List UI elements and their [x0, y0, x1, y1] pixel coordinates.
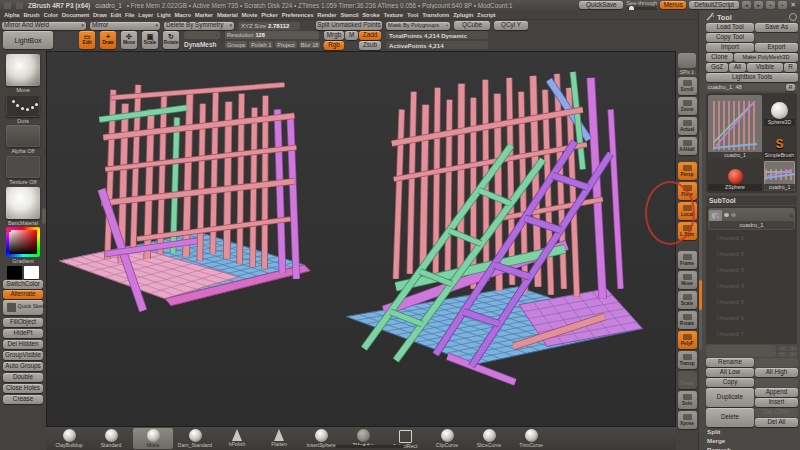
subtool-slot[interactable]: Unused 1 [708, 230, 795, 246]
menu-draw[interactable]: Draw [93, 12, 107, 18]
menu-layer[interactable]: Layer [138, 12, 153, 18]
see-through-slider[interactable]: See-through [626, 0, 657, 10]
subpalette-merge[interactable]: Merge [706, 436, 797, 445]
draw-toggle[interactable]: +Draw [100, 31, 116, 49]
import-button[interactable]: Import [706, 43, 754, 52]
edit-toggle[interactable]: ▭Edit [79, 31, 95, 49]
strip-rotate-button[interactable]: Rotate [678, 311, 697, 329]
color-picker[interactable] [6, 227, 40, 257]
slider-r-button[interactable]: R [786, 84, 795, 91]
strip-move-button[interactable]: Move [678, 271, 697, 289]
subtool-list-slider[interactable] [706, 345, 776, 357]
paste-subtool-button[interactable] [755, 378, 798, 387]
load-tool-button[interactable]: Load Tool [706, 23, 754, 32]
menu-edit[interactable]: Edit [111, 12, 121, 18]
quick-sketch-button[interactable]: Quick Sketch [3, 300, 43, 315]
zsphere-tool[interactable]: ZSphere [708, 161, 762, 191]
copy-subtool-button[interactable]: Copy [706, 378, 754, 387]
tray-brush-flatten[interactable]: Flatten [259, 428, 299, 449]
strip-ghost-button[interactable]: Ghost [678, 371, 697, 389]
subtool-slot[interactable]: Unused 2 [708, 246, 795, 262]
shelf-action-fillobject[interactable]: FillObject [3, 318, 43, 327]
menu-file[interactable]: File [125, 12, 134, 18]
menus-toggle-button[interactable]: Menus [660, 1, 686, 9]
strip-actual-button[interactable]: Actual [678, 117, 697, 135]
delete-button[interactable]: Delete [706, 408, 754, 427]
strip-solo-button[interactable]: Solo [678, 391, 697, 409]
subtool-slot[interactable]: Unused 7 [708, 326, 795, 342]
goz-visible-button[interactable]: Visible [747, 63, 783, 72]
menu-document[interactable]: Document [62, 12, 89, 18]
active-tool-slider[interactable]: cuadro_1. 48 R [706, 83, 797, 91]
lightbox-tools-button[interactable]: Lightbox Tools [706, 73, 798, 82]
subtool-down-down-icon[interactable]: ▼ [788, 352, 797, 357]
menu-material[interactable]: Material [217, 12, 238, 18]
subtool-up-up-icon[interactable]: ▲ [788, 346, 797, 351]
duplicate-button[interactable]: Duplicate [706, 388, 754, 407]
menu-movie[interactable]: Movie [242, 12, 258, 18]
del-other-button[interactable]: Del Other [755, 408, 798, 417]
menu-light[interactable]: Light [157, 12, 170, 18]
make-polymesh3d-button[interactable]: Make PolyMesh3D [734, 53, 798, 62]
shelf-action-hidept[interactable]: HidePt [3, 329, 43, 338]
menu-brush[interactable]: Brush [23, 12, 39, 18]
scale-toggle[interactable]: ▣Scale [142, 31, 158, 49]
strip-transp-button[interactable]: Transp [678, 351, 697, 369]
tray-brush-insertsphere[interactable]: InsertSphere [301, 428, 341, 449]
menu-color[interactable]: Color [43, 12, 57, 18]
shelf-action-del-hidden[interactable]: Del Hidden [3, 340, 43, 349]
subtool-slot[interactable]: Unused 5 [708, 294, 795, 310]
menu-transform[interactable]: Transform [422, 12, 449, 18]
zscript-prev-icon[interactable]: ◂ [742, 1, 751, 9]
dynamesh-button[interactable]: DynaMesh [184, 41, 220, 48]
spix-slider[interactable]: SPix 1 [678, 70, 696, 75]
menu-preferences[interactable]: Preferences [282, 12, 314, 18]
tray-brush-claybuildup[interactable]: ClayBuildup [49, 428, 89, 449]
shelf-action-auto-groups[interactable]: Auto Groups [3, 362, 43, 371]
goz-r-button[interactable]: R [784, 63, 797, 72]
resolution-slider[interactable]: Resolution128 [225, 31, 319, 39]
zadd-toggle[interactable]: Zadd [359, 31, 381, 40]
lightbox-button[interactable]: LightBox [3, 31, 53, 49]
strip-polyf-button[interactable]: PolyF [678, 331, 697, 349]
qcyl-button[interactable]: QCyl Y [494, 21, 528, 30]
shelf-action-groupvisible[interactable]: GroupVisible [3, 351, 43, 360]
current-tool-thumbnail[interactable]: cuadro_1 [708, 95, 762, 159]
del-all-button[interactable]: Del All [755, 418, 798, 427]
menu-tool[interactable]: Tool [407, 12, 418, 18]
rename-button[interactable]: Rename [706, 358, 754, 367]
blur-slider[interactable]: Blur 18 [299, 41, 321, 48]
xyz-size-slider[interactable]: XYZ Size2.78112 [238, 22, 300, 30]
quicksave-button[interactable]: QuickSave [579, 1, 623, 9]
subpalette-remesh[interactable]: Remesh [706, 445, 797, 450]
tray-brush-standard[interactable]: Standard [91, 428, 131, 449]
tutorial-icon[interactable]: ▪ [766, 1, 775, 9]
menu-marker[interactable]: Marker [195, 12, 213, 18]
mirror-button[interactable]: Mirror▾ [90, 22, 160, 30]
simplebrush-tool[interactable]: S SimpleBrush [764, 128, 795, 159]
current-material-thumbnail[interactable] [6, 187, 40, 219]
current-texture-thumbnail[interactable] [6, 156, 40, 178]
export-button[interactable]: Export [755, 43, 798, 52]
insert-button[interactable]: Insert [755, 398, 798, 407]
main-color-swatch[interactable] [7, 266, 22, 279]
menu-macro[interactable]: Macro [174, 12, 190, 18]
menu-texture[interactable]: Texture [384, 12, 403, 18]
menu-render[interactable]: Render [317, 12, 336, 18]
alternate-button[interactable]: Alternate [3, 290, 43, 299]
goz-button[interactable]: GoZ [706, 63, 728, 72]
subtool-up-icon[interactable]: ▲ [778, 346, 787, 351]
switchcolor-button[interactable]: SwitchColor [3, 280, 43, 289]
shelf-action-crease[interactable]: Crease [3, 395, 43, 404]
subtool-slot[interactable]: Unused 4 [708, 278, 795, 294]
menu-zscript[interactable]: Zscript [477, 12, 495, 18]
clone-button[interactable]: Clone [706, 53, 733, 62]
help-icon[interactable]: ▪ [778, 1, 787, 9]
strip-scroll-button[interactable]: Scroll [678, 77, 697, 95]
strip-scale-button[interactable]: Scale [678, 291, 697, 309]
menu-stroke[interactable]: Stroke [362, 12, 379, 18]
eye-icon[interactable] [724, 213, 729, 217]
current-stroke-thumbnail[interactable] [6, 95, 40, 117]
subtool-down-icon[interactable]: ▼ [778, 352, 787, 357]
menu-zplugin[interactable]: Zplugin [453, 12, 473, 18]
